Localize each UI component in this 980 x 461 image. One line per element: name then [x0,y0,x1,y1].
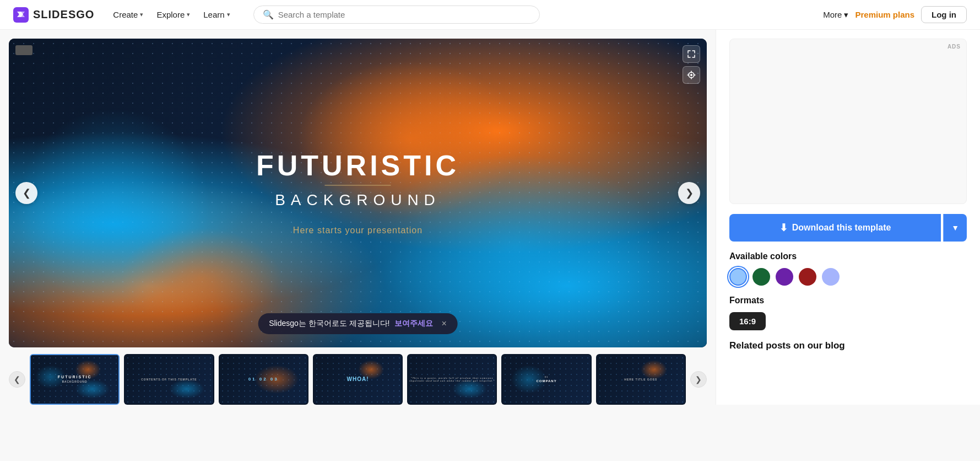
presentation-side: FUTURISTIC BACKGROUND Here starts your p… [0,30,716,405]
right-panel: ADS ⬇ Download this template ▼ Available… [716,30,980,405]
color-swatch-green[interactable] [752,268,770,286]
toast-notification: Slidesgo는 한국어로도 제공됩니다! 보여주세요 × [258,313,458,334]
color-swatch-purple[interactable] [776,268,793,286]
slide-viewer: FUTURISTIC BACKGROUND Here starts your p… [9,39,707,347]
login-button[interactable]: Log in [921,6,967,23]
create-chevron-icon: ▾ [140,11,143,18]
download-dropdown-button[interactable]: ▼ [943,214,967,242]
more-chevron-icon: ▾ [844,10,848,20]
learn-chevron-icon: ▾ [227,11,230,18]
ads-area: ADS [729,39,967,204]
formats-section-title: Formats [729,296,967,305]
color-swatch-red[interactable] [799,268,816,286]
slide-sub-title: BACKGROUND [256,191,459,209]
thumbnail-4[interactable]: WHOA! [313,354,403,405]
thumb-3-content: 01 02 03 [220,355,307,404]
blog-section: Related posts on our blog [729,340,967,351]
thumbnail-5[interactable]: "This is a quote, words full of wisdom t… [407,354,497,405]
slide-tag [15,45,33,55]
search-input[interactable] [278,10,530,19]
thumbnail-7[interactable]: HERE TITLE GOES [596,354,686,405]
header: SLIDESGO Create ▾ Explore ▾ Learn ▾ 🔍 Mo… [0,0,980,30]
color-swatch-lavender[interactable] [822,268,840,286]
download-icon: ⬇ [779,222,788,234]
slide-corner-icons [683,45,700,84]
download-button-row: ⬇ Download this template ▼ [729,214,967,242]
nav-create[interactable]: Create ▾ [107,7,149,23]
next-arrow-icon: ❯ [685,187,694,199]
slide-prev-button[interactable]: ❮ [15,182,37,204]
search-bar: 🔍 [253,6,540,24]
slide-subtitle: Here starts your presentation [256,226,459,235]
logo-text: SLIDESGO [33,8,94,21]
toast-close-button[interactable]: × [442,319,447,329]
format-badge-169[interactable]: 16:9 [729,312,766,330]
expand-icon [687,50,695,58]
thumbnail-2[interactable]: CONTENTS OF THIS TEMPLATE [124,354,214,405]
thumbnails-next-button[interactable]: ❯ [690,371,707,388]
search-icon: 🔍 [263,9,274,20]
toast-message: Slidesgo는 한국어로도 제공됩니다! [269,319,389,329]
content-wrapper: FUTURISTIC BACKGROUND Here starts your p… [0,30,980,405]
toast-link[interactable]: 보여주세요 [394,319,433,329]
focus-icon-button[interactable] [683,66,700,84]
blog-section-title: Related posts on our blog [729,340,967,351]
more-button[interactable]: More ▾ [823,10,848,20]
slide-area-wrapper: FUTURISTIC BACKGROUND Here starts your p… [0,30,716,405]
slide-text-center: FUTURISTIC BACKGROUND Here starts your p… [256,151,459,235]
nav-learn[interactable]: Learn ▾ [198,7,235,23]
thumb-7-content: HERE TITLE GOES [597,355,685,404]
logo[interactable]: SLIDESGO [13,7,94,23]
premium-plans-link[interactable]: Premium plans [855,10,914,19]
expand-icon-button[interactable] [683,45,700,63]
color-swatch-blue[interactable] [729,268,747,286]
thumb-prev-icon: ❮ [14,375,20,384]
slide-next-button[interactable]: ❯ [678,182,700,204]
thumb-5-content: "This is a quote, words full of wisdom t… [408,355,496,404]
svg-point-2 [690,74,692,76]
color-swatches [729,268,967,286]
formats-section: Formats 16:9 [729,296,967,330]
thumb-2-content: CONTENTS OF THIS TEMPLATE [125,355,213,404]
thumbnail-3[interactable]: 01 02 03 [219,354,308,405]
slide-title-divider [325,185,391,186]
nav-explore[interactable]: Explore ▾ [151,7,196,23]
colors-section-title: Available colors [729,251,967,261]
thumb-6-content: 01 COMPANY [502,355,590,404]
prev-arrow-icon: ❮ [23,187,31,199]
focus-icon [687,71,696,79]
explore-chevron-icon: ▾ [187,11,190,18]
slide-main-title: FUTURISTIC [256,151,459,180]
download-template-button[interactable]: ⬇ Download this template [729,214,941,242]
thumbnail-1[interactable]: FUTURISTIC BACKGROUND [30,354,120,405]
thumbnails-row: ❮ FUTURISTIC BACKGROUND [9,354,707,405]
colors-section: Available colors [729,251,967,286]
thumbnails-list: FUTURISTIC BACKGROUND CONTENTS OF THIS T… [30,354,686,405]
ads-label: ADS [947,44,961,50]
nav-links: Create ▾ Explore ▾ Learn ▾ [107,7,235,23]
logo-icon [13,7,29,23]
thumbnail-6[interactable]: 01 COMPANY [501,354,591,405]
thumb-next-icon: ❯ [695,375,702,384]
download-chevron-icon: ▼ [951,223,959,232]
header-right: More ▾ Premium plans Log in [823,6,967,23]
thumbnails-prev-button[interactable]: ❮ [9,371,25,388]
page-wrapper: SLIDESGO Create ▾ Explore ▾ Learn ▾ 🔍 Mo… [0,0,980,461]
thumb-4-content: WHOA! [314,355,402,404]
thumb-1-content: FUTURISTIC BACKGROUND [31,355,118,404]
